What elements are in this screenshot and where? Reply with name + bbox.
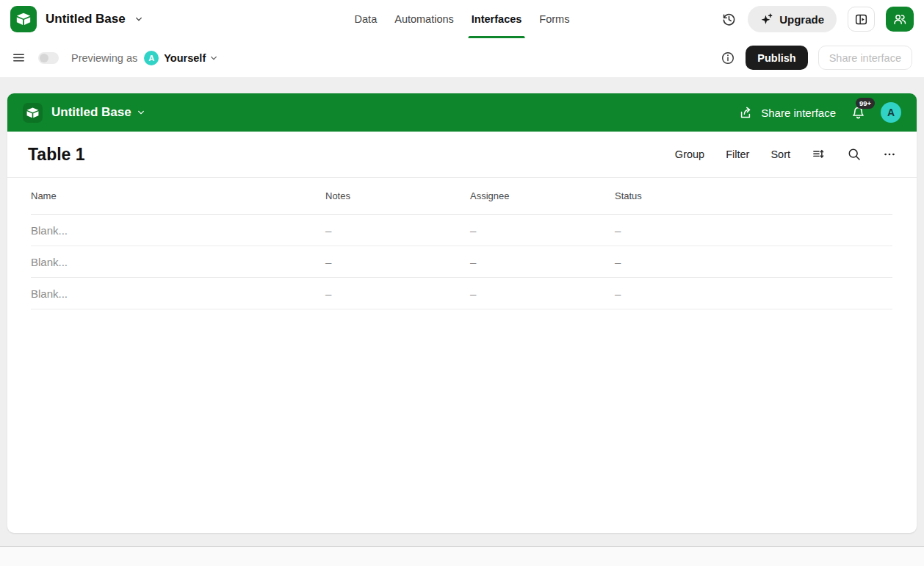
cell-name[interactable]: Blank... [31,287,325,300]
interface-base-name: Untitled Base [51,105,131,120]
share-export-icon [739,105,754,120]
table-row[interactable]: Blank... – – – [31,246,892,278]
panel-toggle-icon [854,12,868,26]
row-height-button[interactable] [812,148,826,162]
record-table: Name Notes Assignee Status Blank... – – … [7,178,917,309]
preview-bar: Previewing as A Yourself Publish Share i… [0,38,924,77]
column-header-name[interactable]: Name [31,190,325,201]
cell-assignee[interactable]: – [470,224,615,237]
tab-label: Automations [394,13,454,25]
cell-notes[interactable]: – [325,224,470,237]
toggle-sidebar-button[interactable] [848,7,875,32]
table-row[interactable]: Blank... – – – [31,215,892,246]
ellipsis-icon [883,148,896,161]
interface-card: Untitled Base Share interface [7,93,917,533]
cell-notes[interactable]: – [325,287,470,300]
avatar[interactable]: A [881,102,901,123]
top-app-bar: Untitled Base Data Automations Interface… [0,0,924,38]
search-icon [847,147,862,162]
cell-assignee[interactable]: – [470,287,615,300]
info-button[interactable] [721,51,735,65]
base-name: Untitled Base [46,12,126,26]
notification-badge: 99+ [856,98,875,110]
sparkle-icon [760,12,773,26]
filter-button[interactable]: Filter [726,148,749,160]
cell-name[interactable]: Blank... [31,224,325,237]
tab-data[interactable]: Data [353,0,379,38]
header-share-label: Share interface [761,107,836,119]
tab-interfaces[interactable]: Interfaces [470,0,524,38]
tab-automations[interactable]: Automations [393,0,455,38]
persona-selector[interactable]: Yourself [164,52,218,64]
preview-backdrop: Untitled Base Share interface [0,77,924,546]
base-switcher[interactable]: Untitled Base [10,6,143,32]
column-header-status[interactable]: Status [615,190,892,201]
persona-label: Yourself [164,52,206,64]
tab-label: Forms [539,13,569,25]
main-nav: Data Automations Interfaces Forms [353,0,571,38]
view-header: Table 1 Group Filter Sort [7,132,917,178]
table-header-row: Name Notes Assignee Status [31,178,892,215]
view-toolbar: Group Filter Sort [675,147,896,162]
sort-button[interactable]: Sort [770,148,790,160]
search-button[interactable] [847,147,862,162]
tab-forms[interactable]: Forms [538,0,571,38]
info-icon [721,51,735,65]
cell-status[interactable]: – [615,287,892,300]
interface-header-actions: Share interface 99+ A [739,102,901,123]
active-tab-underline [469,36,525,38]
interface-header: Untitled Base Share interface [7,93,917,132]
cell-notes[interactable]: – [325,256,470,268]
toggle-knob [40,54,48,62]
chevron-down-icon [137,108,145,117]
chevron-down-icon [134,15,143,24]
more-options-button[interactable] [883,148,896,161]
airtable-logo-icon [23,103,43,123]
publish-button[interactable]: Publish [746,46,807,70]
upgrade-label: Upgrade [779,13,824,26]
column-header-notes[interactable]: Notes [325,190,470,201]
tab-label: Interfaces [472,13,522,25]
column-header-assignee[interactable]: Assignee [470,190,615,201]
history-button[interactable] [721,12,737,27]
preview-bar-actions: Publish Share interface [721,46,912,70]
cell-status[interactable]: – [615,224,892,237]
cell-name[interactable]: Blank... [31,256,325,268]
avatar: A [144,51,159,65]
share-collaborators-button[interactable] [886,7,914,32]
cell-status[interactable]: – [615,256,892,268]
tab-label: Data [355,13,378,25]
chevron-down-icon [209,54,218,62]
preview-toggle[interactable] [38,52,59,64]
cell-assignee[interactable]: – [470,256,615,268]
row-height-icon [812,148,826,162]
menu-button[interactable] [12,51,26,65]
previewing-as-label: Previewing as [71,52,137,64]
page-title: Table 1 [28,145,85,165]
users-icon [892,12,907,26]
interface-base-switcher[interactable]: Untitled Base [51,105,145,120]
table-row[interactable]: Blank... – – – [31,278,892,309]
history-icon [721,12,737,27]
group-button[interactable]: Group [675,148,704,160]
bottom-margin [0,547,924,565]
notifications-button[interactable]: 99+ [851,105,866,121]
hamburger-icon [12,51,26,65]
header-share-interface-button[interactable]: Share interface [739,105,836,120]
topbar-actions: Upgrade [721,6,914,32]
share-interface-button[interactable]: Share interface [818,46,912,70]
airtable-logo-icon [10,6,37,32]
upgrade-button[interactable]: Upgrade [748,6,837,32]
